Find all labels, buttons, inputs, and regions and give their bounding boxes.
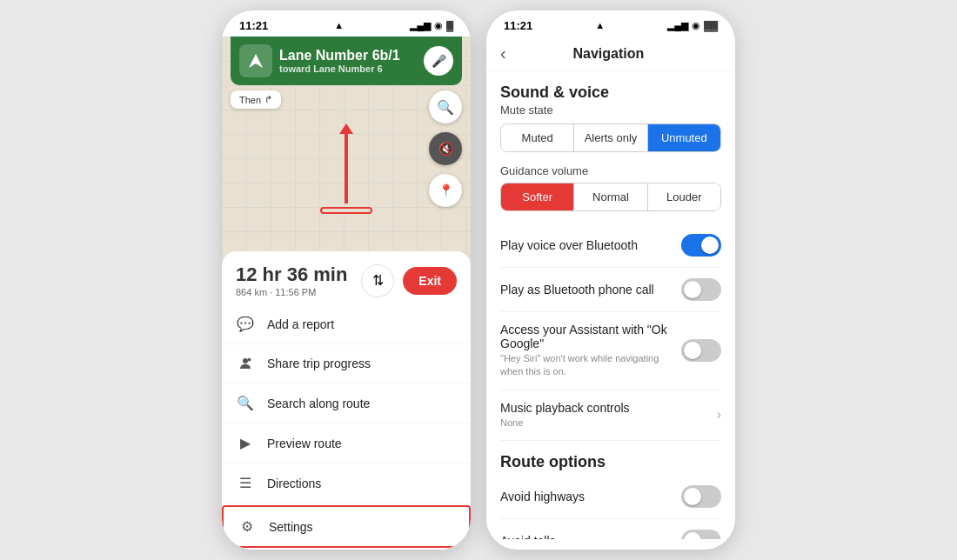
battery-icon: ▓ bbox=[446, 20, 453, 30]
settings-scroll: Sound & voice Mute state Muted Alerts on… bbox=[486, 71, 735, 539]
mute-btn-muted[interactable]: Muted bbox=[501, 124, 574, 151]
avoid-highways-toggle[interactable] bbox=[681, 485, 721, 508]
share-label: Share trip progress bbox=[267, 357, 371, 370]
setting-assistant-left: Access your Assistant with "Ok Google" "… bbox=[500, 323, 681, 379]
directions-icon: ☰ bbox=[236, 475, 255, 491]
assistant-title: Access your Assistant with "Ok Google" bbox=[500, 323, 681, 350]
guidance-section: Guidance volume Softer Normal Louder bbox=[500, 164, 721, 211]
map-mute-button[interactable]: 🔇 bbox=[429, 132, 462, 165]
menu-item-settings[interactable]: ⚙ Settings bbox=[222, 505, 471, 548]
sound-voice-title: Sound & voice bbox=[500, 83, 721, 102]
mic-button[interactable]: 🎤 bbox=[424, 46, 453, 76]
bluetooth-call-toggle[interactable] bbox=[681, 278, 721, 301]
menu-item-share[interactable]: Share trip progress bbox=[222, 344, 471, 383]
preview-label: Preview route bbox=[267, 437, 342, 450]
map-location-button[interactable]: 📍 bbox=[429, 174, 462, 207]
nav-banner: Lane Number 6b/1 toward Lane Number 6 🎤 bbox=[231, 37, 462, 85]
battery-icon-2: ▓▓ bbox=[704, 20, 718, 30]
share-icon bbox=[236, 356, 255, 371]
setting-bluetooth-call-left: Play as Bluetooth phone call bbox=[500, 283, 681, 297]
trip-info: 12 hr 36 min 864 km · 11:56 PM ⇅ Exit bbox=[222, 251, 471, 304]
nav-icon-2: ▲ bbox=[595, 20, 605, 30]
settings-label: Settings bbox=[269, 520, 313, 534]
map-search-button[interactable]: 🔍 bbox=[429, 90, 462, 123]
music-title: Music playback controls bbox=[500, 401, 717, 415]
setting-bluetooth-voice: Play voice over Bluetooth bbox=[500, 223, 721, 268]
then-turn: Then ↱ bbox=[231, 90, 281, 109]
svg-line-3 bbox=[247, 360, 248, 361]
nav-text: Lane Number 6b/1 toward Lane Number 6 bbox=[279, 48, 417, 74]
mute-state-group: Muted Alerts only Unmuted bbox=[500, 123, 721, 152]
setting-avoid-highways: Avoid highways bbox=[500, 475, 721, 519]
route-options-title: Route options bbox=[500, 453, 721, 471]
nav-icon: ▲ bbox=[334, 20, 344, 30]
avoid-highways-title: Avoid highways bbox=[500, 490, 681, 503]
preview-icon: ▶ bbox=[236, 435, 255, 451]
phones-container: 11:21 ▲ ▂▄▆ ◉ ▓ Lane Number 6b/1 toward … bbox=[222, 10, 735, 550]
setting-music[interactable]: Music playback controls None › bbox=[500, 390, 721, 441]
menu-item-search[interactable]: 🔍 Search along route bbox=[222, 383, 471, 423]
menu-item-directions[interactable]: ☰ Directions bbox=[222, 463, 471, 503]
guidance-btn-louder[interactable]: Louder bbox=[648, 183, 720, 210]
bluetooth-voice-toggle[interactable] bbox=[681, 234, 721, 257]
music-sub: None bbox=[500, 417, 717, 430]
signal-icon-2: ▂▄▆ bbox=[667, 20, 688, 31]
search-icon: 🔍 bbox=[437, 99, 454, 116]
status-bar-1: 11:21 ▲ ▂▄▆ ◉ ▓ bbox=[222, 10, 471, 37]
search-along-label: Search along route bbox=[267, 397, 370, 410]
menu-list: 💬 Add a report Share trip progress 🔍 Sea… bbox=[222, 304, 471, 548]
status-bar-2: 11:21 ▲ ▂▄▆ ◉ ▓▓ bbox=[486, 10, 735, 37]
toggle-knob-highways bbox=[684, 488, 701, 505]
guidance-group: Softer Normal Louder bbox=[500, 183, 721, 211]
mute-state-label: Mute state bbox=[500, 103, 721, 117]
menu-item-report[interactable]: 💬 Add a report bbox=[222, 304, 471, 344]
settings-content-wrapper: ‹ Navigation Sound & voice Mute state Mu… bbox=[486, 37, 735, 550]
trip-time: 12 hr 36 min bbox=[236, 263, 347, 286]
nav-header-title: Navigation bbox=[517, 46, 700, 62]
avoid-tolls-left: Avoid tolls bbox=[500, 534, 681, 539]
setting-assistant: Access your Assistant with "Ok Google" "… bbox=[500, 312, 721, 390]
guidance-btn-softer[interactable]: Softer bbox=[501, 183, 574, 210]
route-arrow bbox=[320, 123, 372, 214]
search-along-icon: 🔍 bbox=[236, 395, 255, 411]
avoid-highways-left: Avoid highways bbox=[500, 490, 681, 503]
directions-label: Directions bbox=[267, 477, 321, 490]
back-button[interactable]: ‹ bbox=[500, 43, 506, 63]
menu-item-preview[interactable]: ▶ Preview route bbox=[222, 423, 471, 463]
avoid-tolls-title: Avoid tolls bbox=[500, 534, 681, 539]
mute-btn-alerts[interactable]: Alerts only bbox=[574, 124, 647, 151]
guidance-btn-normal[interactable]: Normal bbox=[574, 183, 647, 210]
trip-meta: 864 km · 11:56 PM bbox=[236, 287, 347, 297]
setting-bluetooth-call: Play as Bluetooth phone call bbox=[500, 268, 721, 312]
chevron-right-icon: › bbox=[717, 407, 721, 423]
then-label: Then bbox=[239, 95, 261, 105]
wifi-icon-2: ◉ bbox=[692, 20, 700, 31]
svg-point-2 bbox=[248, 358, 251, 362]
location-icon: 📍 bbox=[438, 183, 453, 197]
mute-icon: 🔇 bbox=[438, 142, 453, 156]
toggle-knob-call bbox=[684, 281, 701, 298]
exit-button[interactable]: Exit bbox=[403, 267, 457, 295]
alt-routes-icon: ⇅ bbox=[372, 272, 384, 289]
assistant-toggle[interactable] bbox=[681, 339, 721, 362]
assistant-sub: "Hey Siri" won't work while navigating w… bbox=[500, 352, 681, 379]
toggle-knob bbox=[701, 237, 719, 254]
toggle-knob-assistant bbox=[684, 342, 701, 359]
avoid-tolls-toggle[interactable] bbox=[681, 530, 721, 539]
wifi-icon: ◉ bbox=[434, 20, 443, 31]
route-line bbox=[345, 134, 348, 203]
setting-music-left: Music playback controls None bbox=[500, 401, 717, 430]
bluetooth-voice-title: Play voice over Bluetooth bbox=[500, 238, 681, 252]
alt-routes-button[interactable]: ⇅ bbox=[361, 264, 394, 297]
phone-settings: 11:21 ▲ ▂▄▆ ◉ ▓▓ ‹ Navigation Sound & vo… bbox=[486, 10, 735, 550]
time-1: 11:21 bbox=[239, 19, 268, 32]
then-icon: ↱ bbox=[264, 94, 272, 105]
time-2: 11:21 bbox=[504, 19, 532, 32]
status-icons-1: ▂▄▆ ◉ ▓ bbox=[410, 20, 453, 31]
svg-marker-0 bbox=[249, 54, 263, 68]
status-icons-2: ▂▄▆ ◉ ▓▓ bbox=[667, 20, 718, 31]
mute-btn-unmuted[interactable]: Unmuted bbox=[648, 124, 720, 151]
route-dot bbox=[320, 207, 372, 214]
nav-direction-icon bbox=[239, 44, 272, 77]
toward-text: toward Lane Number 6 bbox=[279, 63, 417, 74]
